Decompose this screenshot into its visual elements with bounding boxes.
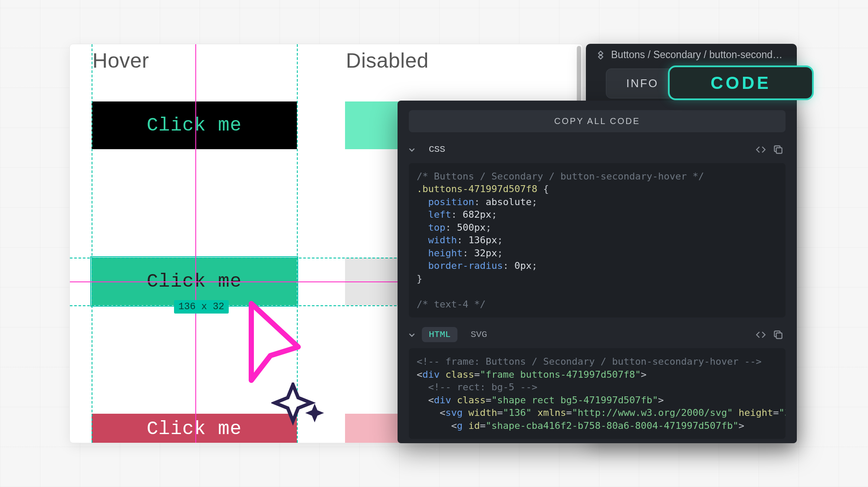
button-label: Click me: [147, 114, 242, 136]
code-html[interactable]: <!-- frame: Buttons / Secondary / button…: [409, 348, 786, 439]
code-panel: COPY ALL CODE CSS /* Buttons / Secondary…: [398, 101, 797, 443]
svg-rect-1: [776, 333, 782, 338]
alignment-guide: [195, 44, 196, 443]
copy-icon[interactable]: [773, 144, 784, 155]
chevron-down-icon: [408, 331, 416, 339]
component-icon: [595, 50, 606, 60]
lang-label-css: CSS: [422, 142, 452, 157]
cursor-icon: [247, 300, 308, 391]
breadcrumb-text: Buttons / Secondary / button-second…: [611, 49, 783, 61]
section-html-header[interactable]: HTML SVG: [398, 317, 797, 346]
dimension-badge: 136 x 32: [174, 300, 229, 314]
column-header-disabled: Disabled: [346, 49, 429, 72]
column-header-hover: Hover: [92, 49, 149, 72]
sparkle-icon: [271, 382, 328, 430]
code-css[interactable]: /* Buttons / Secondary / button-secondar…: [409, 163, 786, 317]
code-icon[interactable]: [755, 144, 766, 155]
button-hover-primary[interactable]: Click me: [92, 101, 297, 149]
section-css-header[interactable]: CSS: [398, 132, 797, 160]
code-icon[interactable]: [755, 329, 766, 340]
tab-svg[interactable]: SVG: [464, 327, 494, 342]
copy-icon[interactable]: [773, 329, 784, 340]
svg-rect-0: [776, 147, 782, 153]
copy-all-button[interactable]: COPY ALL CODE: [409, 110, 786, 132]
guide-line: [92, 44, 92, 443]
chevron-down-icon: [408, 146, 416, 154]
tab-code[interactable]: CODE: [668, 65, 814, 100]
button-label: Click me: [147, 418, 242, 440]
inspector-breadcrumb: Buttons / Secondary / button-second…: [586, 44, 797, 62]
tab-html[interactable]: HTML: [422, 327, 457, 342]
button-hover-danger[interactable]: Click me: [92, 414, 297, 443]
